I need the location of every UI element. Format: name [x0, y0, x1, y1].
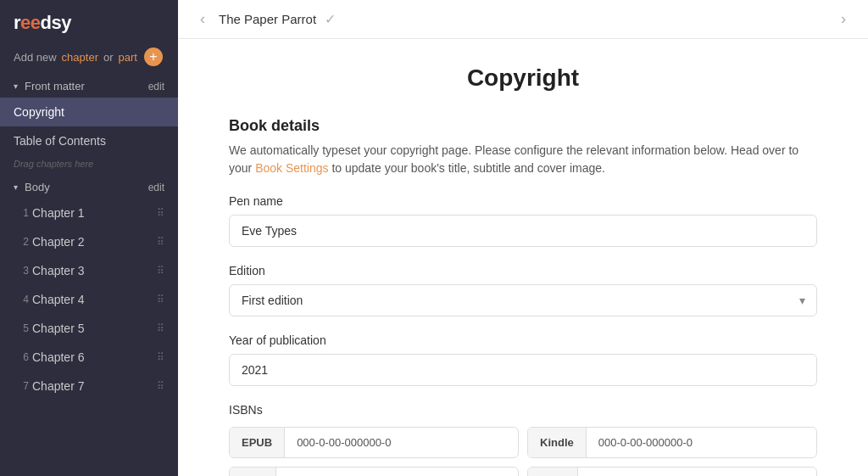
pdf-isbn-box: PDF 9798700596695: [229, 467, 519, 476]
isbns-label: ISBNs: [229, 403, 817, 417]
topbar: ‹ The Paper Parrot ✓ ›: [178, 0, 868, 39]
body-section-header: ▾ Body edit: [0, 176, 178, 199]
edition-select-wrapper: First edition Second edition Third editi…: [229, 284, 817, 316]
epub-isbn-box: EPUB 000-0-00-000000-0: [229, 427, 519, 458]
print-isbn-box: Print 9798513319245: [527, 467, 817, 476]
drag-handle-icon[interactable]: ⠿: [157, 351, 164, 363]
add-new-row: Add new chapter or part +: [0, 42, 178, 75]
isbns-section: ISBNs EPUB 000-0-00-000000-0 Kindle 000-…: [229, 403, 817, 476]
edition-select[interactable]: First edition Second edition Third editi…: [229, 284, 817, 316]
sidebar-item-chapter-5[interactable]: 5 Chapter 5 ⠿: [0, 314, 178, 343]
sidebar: reedsy Add new chapter or part + ▾ Front…: [0, 0, 178, 476]
add-new-label: Add new: [14, 51, 57, 64]
sidebar-item-chapter-1[interactable]: 1 Chapter 1 ⠿: [0, 199, 178, 227]
pen-name-input[interactable]: [229, 215, 817, 247]
sidebar-item-chapter-3[interactable]: 3 Chapter 3 ⠿: [0, 256, 178, 285]
print-value: 9798513319245: [578, 468, 816, 476]
chevron-down-icon-body: ▾: [14, 182, 18, 192]
book-details-description: We automatically typeset your copyright …: [229, 142, 817, 177]
drag-handle-icon[interactable]: ⠿: [157, 294, 164, 305]
nav-next-button[interactable]: ›: [836, 8, 851, 30]
book-title: The Paper Parrot: [219, 12, 316, 26]
sidebar-item-copyright[interactable]: Copyright: [0, 98, 178, 126]
book-details-section: Book details We automatically typeset yo…: [229, 117, 817, 177]
front-matter-label: ▾ Front matter: [14, 80, 85, 92]
print-label: Print: [528, 468, 578, 476]
front-matter-section-header: ▾ Front matter edit: [0, 75, 178, 98]
sidebar-item-chapter-6[interactable]: 6 Chapter 6 ⠿: [0, 343, 178, 372]
chevron-down-icon: ▾: [14, 81, 18, 91]
front-matter-edit-link[interactable]: edit: [148, 81, 164, 92]
year-of-publication-label: Year of publication: [229, 333, 817, 347]
pdf-label: PDF: [230, 468, 276, 476]
sidebar-item-chapter-7[interactable]: 7 Chapter 7 ⠿: [0, 372, 178, 400]
logo-accent: ee: [20, 12, 40, 33]
pdf-value: 9798700596695: [276, 468, 518, 476]
check-icon: ✓: [325, 11, 336, 27]
epub-value: 000-0-00-000000-0: [285, 428, 518, 457]
or-text: or: [103, 51, 114, 64]
main-area: ‹ The Paper Parrot ✓ › Copyright Book de…: [178, 0, 868, 476]
add-part-link[interactable]: part: [119, 51, 137, 64]
add-new-button[interactable]: +: [144, 48, 163, 66]
drag-handle-icon[interactable]: ⠿: [157, 207, 164, 219]
drag-handle-icon[interactable]: ⠿: [157, 236, 164, 248]
app-logo: reedsy: [0, 0, 178, 42]
year-of-publication-field: Year of publication: [229, 333, 817, 386]
drag-handle-icon[interactable]: ⠿: [157, 265, 164, 277]
drag-handle-icon[interactable]: ⠿: [157, 380, 164, 392]
sidebar-item-toc[interactable]: Table of Contents: [0, 126, 178, 155]
nav-prev-button[interactable]: ‹: [195, 8, 210, 30]
drag-hint: Drag chapters here: [0, 155, 178, 176]
content-area: Copyright Book details We automatically …: [178, 39, 868, 476]
add-chapter-link[interactable]: chapter: [62, 51, 98, 64]
body-edit-link[interactable]: edit: [148, 182, 164, 193]
book-settings-link[interactable]: Book Settings: [255, 161, 328, 175]
sidebar-item-chapter-4[interactable]: 4 Chapter 4 ⠿: [0, 285, 178, 314]
page-title: Copyright: [229, 64, 817, 92]
kindle-value: 000-0-00-000000-0: [587, 428, 816, 457]
pen-name-field: Pen name: [229, 194, 817, 247]
sidebar-item-chapter-2[interactable]: 2 Chapter 2 ⠿: [0, 227, 178, 256]
pen-name-label: Pen name: [229, 194, 817, 208]
body-label: ▾ Body: [14, 181, 50, 193]
book-details-desc-part2: to update your book's title, subtitle an…: [331, 161, 605, 175]
kindle-label: Kindle: [528, 428, 587, 457]
kindle-isbn-box: Kindle 000-0-00-000000-0: [527, 427, 817, 458]
topbar-left: ‹ The Paper Parrot ✓: [195, 8, 336, 30]
edition-field: Edition First edition Second edition Thi…: [229, 264, 817, 316]
epub-label: EPUB: [230, 428, 285, 457]
drag-handle-icon[interactable]: ⠿: [157, 322, 164, 334]
book-details-title: Book details: [229, 117, 817, 135]
isbns-grid: EPUB 000-0-00-000000-0 Kindle 000-0-00-0…: [229, 427, 817, 476]
year-of-publication-input[interactable]: [229, 354, 817, 386]
edition-label: Edition: [229, 264, 817, 277]
